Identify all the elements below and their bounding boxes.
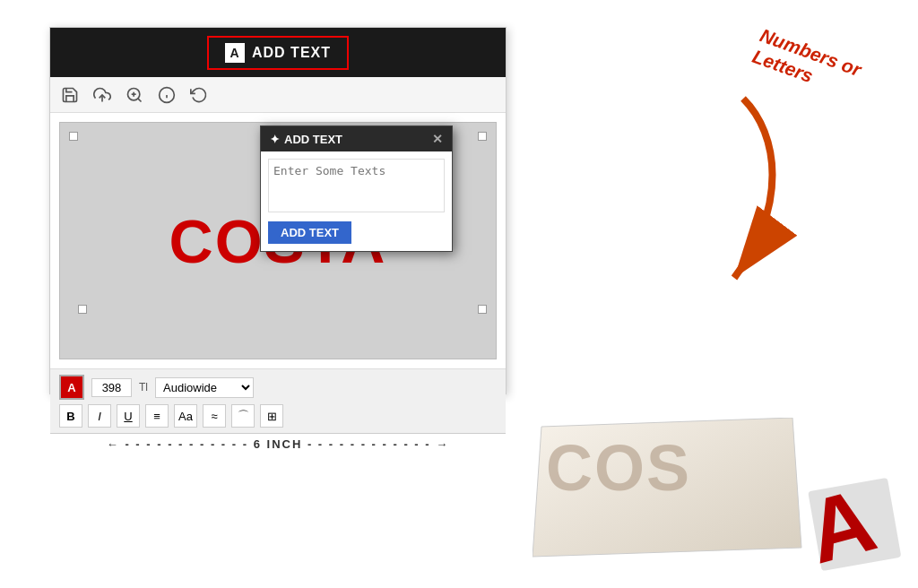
modal-text-input[interactable] [268,159,445,212]
arch-button[interactable]: ⌒ [231,404,255,428]
handle-bottom-right[interactable] [478,305,487,314]
decal-area: COS A [515,373,891,570]
modal-body: ADD TEXT [261,151,452,251]
editor-topbar: A ADD TEXT [50,28,506,77]
peel-shadow [808,478,901,571]
italic-button[interactable]: I [88,404,111,428]
vinyl-cos-text: COS [546,431,691,505]
font-select[interactable]: Audiowide Arial Impact [155,377,254,398]
vinyl-sheet: COS [533,418,810,561]
case-button[interactable]: Aa [174,404,197,428]
modal-add-text-button[interactable]: ADD TEXT [268,221,351,244]
wave-button[interactable]: ≈ [203,404,226,428]
color-swatch[interactable]: A [59,375,84,400]
format-row-2: B I U ≡ Aa ≈ ⌒ ⊞ [59,404,497,428]
inch-ruler: ← - - - - - - - - - - - - 6 INCH - - - -… [50,433,506,454]
zoom-icon[interactable] [124,84,145,106]
format-row-1: A Tl Audiowide Arial Impact [59,375,497,400]
align-button[interactable]: ≡ [145,404,169,428]
modal-close-button[interactable]: ✕ [432,132,443,146]
grid-button[interactable]: ⊞ [260,404,283,428]
upload-icon[interactable] [91,84,113,106]
svg-line-2 [138,98,142,101]
underline-button[interactable]: U [117,404,140,428]
format-bar: A Tl Audiowide Arial Impact B I U ≡ Aa ≈… [50,368,506,433]
modal-title: ADD TEXT [284,133,342,146]
modal-header-left: ✦ ADD TEXT [270,133,342,146]
modal-header: ✦ ADD TEXT ✕ [261,126,452,151]
info-icon[interactable] [156,84,178,106]
save-icon[interactable] [59,84,81,106]
peel-letter-area: A [798,473,884,576]
text-icon: A [225,43,245,63]
handle-top-right[interactable] [478,132,487,141]
handle-bottom-left[interactable] [78,305,87,314]
modal-icon: ✦ [270,133,280,146]
font-size-icon: Tl [139,381,148,393]
handle-top-left[interactable] [69,132,78,141]
add-text-top-button[interactable]: A ADD TEXT [207,36,349,70]
annotation-area: Numbers or Letters [528,27,869,314]
editor-toolbar [50,77,506,113]
font-size-input[interactable] [91,378,132,397]
color-icon: A [67,381,75,394]
rotate-icon[interactable] [188,84,210,106]
add-text-modal: ✦ ADD TEXT ✕ ADD TEXT [260,125,453,252]
bold-button[interactable]: B [59,404,82,428]
